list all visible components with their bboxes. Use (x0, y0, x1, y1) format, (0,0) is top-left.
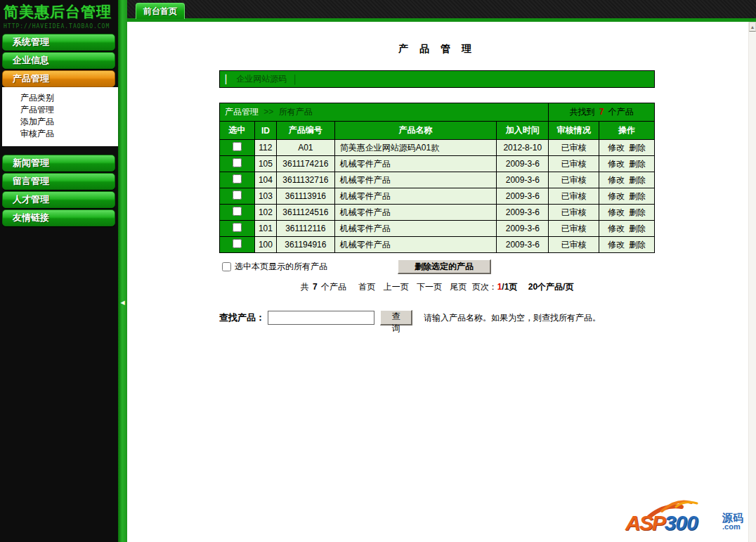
sidebar-item-links[interactable]: 友情链接 (2, 209, 115, 226)
delete-link[interactable]: 删除 (629, 143, 646, 153)
found-prefix: 共找到 (569, 107, 594, 117)
breadcrumb-current[interactable]: 所有产品 (279, 107, 313, 117)
delete-link[interactable]: 删除 (629, 207, 646, 217)
row-checkbox[interactable] (233, 142, 242, 151)
last-page-link[interactable]: 尾页 (450, 282, 467, 292)
sidebar-gap (0, 146, 118, 153)
row-id: 104 (254, 172, 276, 188)
row-id: 105 (254, 156, 276, 172)
row-date: 2009-3-6 (497, 221, 549, 237)
tab-frontend-home[interactable]: 前台首页 (136, 3, 185, 19)
delete-link[interactable]: 删除 (629, 175, 646, 185)
row-select-cell (220, 237, 255, 253)
row-id: 102 (254, 205, 276, 221)
sidebar-item-products[interactable]: 产品管理 (2, 70, 115, 87)
search-hint: 请输入产品名称。如果为空，则查找所有产品。 (424, 312, 601, 324)
row-select-cell (220, 156, 255, 172)
category-link[interactable]: 企业网站源码 (236, 73, 287, 85)
col-name: 产品名称 (334, 122, 497, 140)
logo-asp: ASP (625, 511, 665, 534)
product-table: 产品管理 >> 所有产品 共找到 7 个产品 选中 ID 产品编号 产品名称 (219, 103, 655, 253)
row-status: 已审核 (549, 156, 599, 172)
row-status: 已审核 (549, 237, 599, 253)
table-row: 112A01简美惠企业网站源码A01款2012-8-10已审核修改删除 (220, 140, 655, 156)
submenu-item-product-category[interactable]: 产品类别 (2, 92, 118, 104)
category-bar: ▏ 企业网站源码 │ (219, 70, 655, 88)
row-date: 2009-3-6 (497, 172, 549, 188)
edit-link[interactable]: 修改 (608, 191, 625, 201)
asp300-wordmark: ASP300 (625, 511, 698, 535)
sidebar-item-company[interactable]: 企业信息 (2, 52, 115, 69)
scroll-up-arrow-icon[interactable]: ▲ (749, 22, 756, 32)
sidebar-item-messages[interactable]: 留言管理 (2, 173, 115, 190)
prev-page-link[interactable]: 上一页 (384, 282, 409, 292)
collapse-sidebar-arrow-icon[interactable]: ◀ (119, 298, 126, 308)
row-date: 2009-3-6 (497, 188, 549, 205)
vertical-scrollbar[interactable]: ▲ (748, 22, 756, 542)
pagination: 共 7 个产品 首页 上一页 下一页 尾页 页次：1/1页 20个产品/页 (219, 281, 655, 293)
product-table-body: 112A01简美惠企业网站源码A01款2012-8-10已审核修改删除10536… (220, 140, 655, 253)
row-status: 已审核 (549, 188, 599, 205)
submenu-item-add-product[interactable]: 添加产品 (2, 116, 118, 128)
main-column: 前台首页 产 品 管 理 ▏ 企业网站源码 │ 产品管理 >> 所有产品 (127, 0, 756, 542)
search-input[interactable] (268, 311, 374, 325)
select-all-checkbox[interactable] (222, 262, 231, 271)
next-page-link[interactable]: 下一页 (417, 282, 442, 292)
app-url: HTTP://HAVEIDEA.TAOBAO.COM (4, 23, 115, 30)
submenu-item-audit-product[interactable]: 审核产品 (2, 128, 118, 140)
submenu-item-product-manage[interactable]: 产品管理 (2, 104, 118, 116)
total-prefix: 共 (301, 282, 309, 292)
table-header-row: 选中 ID 产品编号 产品名称 加入时间 审核情况 操作 (220, 122, 655, 140)
found-count: 7 (599, 107, 604, 117)
sidebar-item-talent[interactable]: 人才管理 (2, 191, 115, 208)
row-id: 101 (254, 221, 276, 237)
logo-yuanma: 源码 (722, 513, 743, 523)
row-checkbox[interactable] (233, 174, 242, 183)
col-code: 产品编号 (276, 122, 334, 140)
row-ops-cell: 修改删除 (599, 221, 655, 237)
edit-link[interactable]: 修改 (608, 143, 625, 153)
row-checkbox[interactable] (233, 207, 242, 216)
row-ops-cell: 修改删除 (599, 188, 655, 205)
first-page-link[interactable]: 首页 (358, 282, 375, 292)
edit-link[interactable]: 修改 (608, 207, 625, 217)
edit-link[interactable]: 修改 (608, 159, 625, 169)
table-row: 100361194916机械零件产品2009-3-6已审核修改删除 (220, 237, 655, 253)
row-checkbox[interactable] (233, 158, 242, 167)
search-row: 查找产品： 查 询 请输入产品名称。如果为空，则查找所有产品。 (219, 310, 655, 325)
per-page: 20个产品/页 (528, 282, 574, 292)
table-row: 101361112116机械零件产品2009-3-6已审核修改删除 (220, 221, 655, 237)
row-name: 机械零件产品 (334, 237, 497, 253)
delete-link[interactable]: 删除 (629, 224, 646, 233)
sidebar-item-news[interactable]: 新闻管理 (2, 155, 115, 172)
row-select-cell (220, 172, 255, 188)
edit-link[interactable]: 修改 (608, 240, 625, 250)
row-code: A01 (276, 140, 334, 156)
row-date: 2012-8-10 (497, 140, 549, 156)
row-checkbox[interactable] (233, 191, 242, 200)
search-button[interactable]: 查 询 (380, 310, 412, 325)
delete-selected-button[interactable]: 删除选定的产品 (398, 259, 491, 274)
logo-cn-block: 源码 .com (722, 513, 743, 531)
row-id: 100 (254, 237, 276, 253)
table-controls: 选中本页显示的所有产品 删除选定的产品 (219, 259, 655, 274)
col-select: 选中 (220, 122, 255, 140)
delete-link[interactable]: 删除 (629, 159, 646, 169)
row-ops-cell: 修改删除 (599, 172, 655, 188)
edit-link[interactable]: 修改 (608, 175, 625, 185)
row-id: 103 (254, 188, 276, 205)
select-all-label[interactable]: 选中本页显示的所有产品 (235, 261, 327, 273)
delete-link[interactable]: 删除 (629, 191, 646, 201)
sidebar-item-system[interactable]: 系统管理 (2, 34, 115, 51)
row-checkbox[interactable] (233, 239, 242, 248)
edit-link[interactable]: 修改 (608, 224, 625, 233)
row-name: 机械零件产品 (334, 172, 497, 188)
content-area: 产 品 管 理 ▏ 企业网站源码 │ 产品管理 >> 所有产品 (127, 22, 756, 542)
delete-link[interactable]: 删除 (629, 240, 646, 250)
row-ops-cell: 修改删除 (599, 156, 655, 172)
row-ops-cell: 修改删除 (599, 205, 655, 221)
col-status: 审核情况 (549, 122, 599, 140)
result-count: 共找到 7 个产品 (549, 103, 655, 122)
table-row: 1053611174216机械零件产品2009-3-6已审核修改删除 (220, 156, 655, 172)
row-checkbox[interactable] (233, 223, 242, 232)
